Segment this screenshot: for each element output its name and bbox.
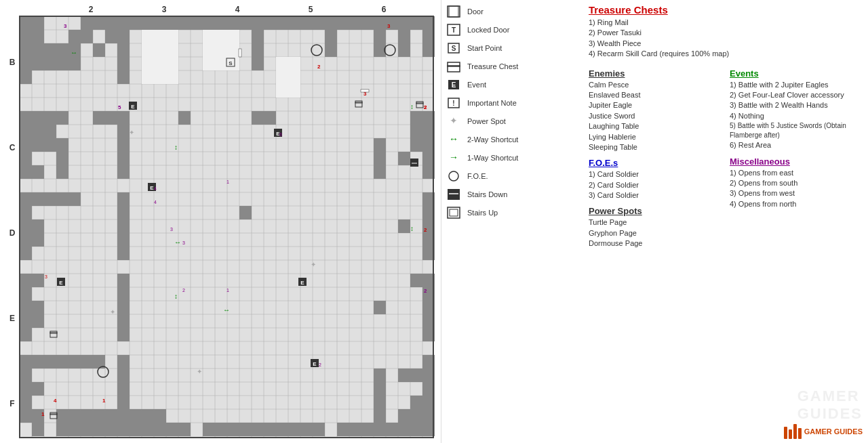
svg-rect-120 [398, 43, 410, 57]
svg-rect-159 [20, 165, 32, 179]
misc-2: 2) Opens from south [730, 178, 863, 188]
stairs-up-icon [444, 205, 463, 220]
legend-treasure-chest: Treasure Chest [444, 59, 580, 74]
svg-rect-229 [374, 396, 386, 409]
svg-rect-165 [32, 192, 44, 206]
svg-text:!: ! [452, 100, 454, 107]
svg-rect-348 [450, 209, 458, 216]
svg-rect-187 [20, 274, 32, 287]
enemies-list: Calm Pesce Enslaved Beast Jupiter Eagle … [589, 80, 722, 153]
svg-rect-96 [203, 16, 215, 30]
important-note-label: Important Note [467, 99, 517, 107]
svg-text:↔: ↔ [174, 238, 181, 246]
event-2: 2) Get Four-Leaf Clover accessory [730, 90, 863, 100]
treasure-chests-title: Treasure Chests [589, 4, 863, 16]
svg-rect-254 [313, 423, 325, 436]
stairs-down-icon [444, 187, 463, 202]
event-5: 5) Battle with 5 Justice Swords (Obtain … [730, 121, 863, 140]
locked-door-icon: T [444, 22, 463, 37]
svg-text:2: 2 [317, 64, 321, 70]
svg-rect-261 [410, 409, 422, 436]
legend-stairs-down: Stairs Down [444, 187, 580, 202]
svg-rect-250 [264, 423, 276, 436]
svg-rect-135 [117, 111, 130, 125]
svg-rect-101 [264, 16, 276, 30]
svg-text:✦: ✦ [311, 261, 316, 268]
one-way-shortcut-label: 1-Way Shortcut [467, 154, 518, 162]
map-svg: 2 3 4 5 6 B C D E F [3, 3, 437, 442]
svg-rect-252 [288, 423, 300, 436]
enemy-1: Calm Pesce [589, 80, 722, 90]
legend-door: Door [444, 4, 580, 19]
svg-rect-150 [374, 138, 386, 152]
svg-rect-90 [130, 16, 142, 30]
enemies-title: Enemies [589, 68, 722, 79]
svg-rect-260 [398, 409, 410, 436]
svg-rect-87 [93, 16, 105, 30]
svg-rect-188 [32, 274, 44, 287]
svg-text:T: T [452, 26, 456, 34]
svg-rect-126 [252, 57, 264, 70]
svg-text:E: E [131, 104, 135, 110]
legend-power-spot: ✦ Power Spot [444, 114, 580, 129]
svg-rect-256 [349, 423, 361, 436]
treasure-chests-list: 1) Ring Mail 2) Power Tasuki 3) Wealth P… [589, 18, 863, 60]
power-spot-icon: ✦ [444, 114, 463, 129]
svg-rect-329 [448, 6, 460, 17]
gg-bar-2 [789, 429, 792, 439]
svg-text:↕: ↕ [174, 144, 178, 151]
locked-door-label: Locked Door [467, 26, 509, 34]
svg-rect-246 [215, 423, 227, 436]
svg-rect-185 [117, 247, 130, 260]
svg-rect-171 [20, 206, 32, 219]
svg-rect-118 [325, 43, 337, 57]
svg-text:↔: ↔ [223, 306, 230, 314]
svg-rect-230 [410, 396, 422, 409]
event-6: 6) Rest Area [730, 140, 863, 150]
svg-rect-108 [349, 16, 361, 30]
svg-text:↕: ↕ [174, 293, 178, 300]
svg-rect-80 [20, 30, 32, 43]
svg-rect-146 [20, 138, 32, 152]
start-point-icon: S [444, 41, 463, 56]
svg-text:1: 1 [41, 411, 45, 417]
svg-text:✦: ✦ [129, 129, 134, 136]
svg-rect-128 [93, 43, 105, 57]
treasure-item-4: 4) Recarm Skill Card (requires 100% map) [589, 49, 863, 59]
svg-text:✦: ✦ [110, 308, 115, 316]
enemy-6: Lying Hablerie [589, 132, 722, 142]
event-label: Event [467, 81, 486, 89]
svg-rect-132 [56, 111, 68, 125]
svg-rect-201 [32, 314, 44, 328]
svg-rect-232 [20, 409, 32, 423]
svg-rect-157 [398, 152, 410, 165]
enemy-3: Jupiter Eagle [589, 100, 722, 110]
svg-rect-216 [20, 368, 32, 382]
door-label: Door [467, 7, 484, 16]
event-icon: E [444, 77, 463, 92]
misc-title: Miscellaneous [730, 156, 863, 167]
svg-text:2: 2 [182, 288, 185, 293]
event-1: 1) Battle with 2 Jupiter Eagles [730, 80, 863, 90]
svg-rect-15 [20, 16, 433, 438]
svg-rect-144 [410, 125, 422, 138]
svg-rect-190 [410, 274, 422, 287]
svg-rect-136 [178, 111, 191, 125]
svg-rect-321 [361, 89, 369, 92]
svg-rect-173 [239, 206, 252, 219]
svg-rect-161 [117, 165, 130, 179]
svg-text:E: E [59, 280, 63, 286]
svg-rect-249 [252, 423, 264, 436]
treasure-item-1: 1) Ring Mail [589, 18, 863, 28]
svg-text:S: S [452, 45, 456, 52]
foe-2: 2) Card Soldier [589, 180, 722, 190]
svg-text:S: S [229, 60, 233, 66]
svg-text:2: 2 [424, 227, 427, 233]
enemy-7: Sleeping Table [589, 142, 722, 152]
svg-text:3: 3 [64, 23, 67, 29]
svg-text:↕: ↕ [410, 103, 414, 110]
power-spots-title: Power Spots [589, 206, 722, 216]
svg-rect-240 [130, 409, 142, 436]
svg-rect-154 [56, 152, 68, 179]
enemies-col: Enemies Calm Pesce Enslaved Beast Jupite… [589, 65, 722, 255]
